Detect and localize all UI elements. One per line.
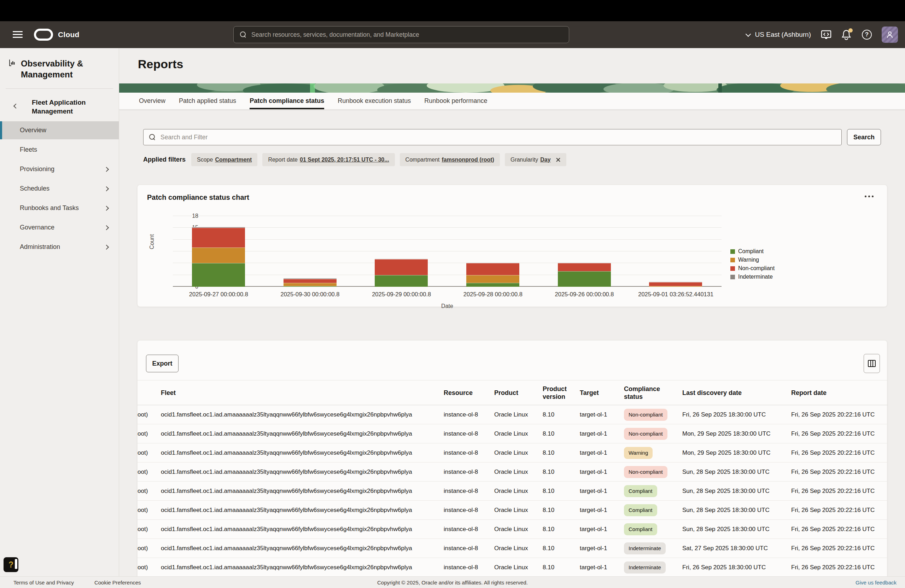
bar-group-2025-09-28-00-00-00-8 [447, 216, 539, 287]
sidebar-item-schedules[interactable]: Schedules [0, 180, 119, 198]
x-axis-labels: 2025-09-27 00:00:00.82025-09-30 00:00:00… [173, 291, 721, 298]
table-cell-compliance-status: Compliant [624, 523, 682, 535]
table-row: oot)ocid1.famsfleet.oc1.iad.amaaaaaalz35… [138, 462, 888, 482]
feedback-link[interactable]: Give us feedback [856, 580, 897, 585]
bar-segment-non-compliant [192, 228, 245, 248]
table-cell-target: target-ol-1 [580, 430, 624, 438]
tab-patch-compliance-status[interactable]: Patch compliance status [249, 93, 324, 109]
search-icon [240, 32, 246, 38]
column-header-last-discovery-date[interactable]: Last discovery date [682, 389, 791, 397]
table-cell-compliance-status: Indeterminate [624, 561, 682, 574]
global-header: Cloud US East (Ashburn) ? [0, 21, 905, 48]
global-search-input[interactable] [246, 27, 569, 43]
column-header-target[interactable]: Target [580, 389, 624, 397]
tab-runbook-execution-status[interactable]: Runbook execution status [338, 93, 411, 109]
column-header-report-date[interactable]: Report date [791, 389, 888, 397]
table-cell-last-discovery-date: Mon, 29 Sep 2025 18:30:00 UTC [682, 449, 791, 457]
notifications-bell-icon[interactable] [841, 29, 852, 40]
chevron-right-icon [104, 167, 109, 172]
table-cell-clipped: oot) [138, 564, 161, 571]
status-badge: Non-compliant [624, 409, 667, 421]
service-back-header[interactable]: Fleet Application Management [0, 98, 119, 116]
sidebar-item-runbooks-and-tasks[interactable]: Runbooks and Tasks [0, 199, 119, 217]
tab-label: Patch applied status [179, 97, 236, 105]
brand-label: Cloud [58, 30, 79, 39]
search-button[interactable]: Search [847, 129, 881, 145]
legend-item-warning[interactable]: Warning [730, 256, 775, 264]
close-icon[interactable] [556, 157, 560, 162]
bar-segment-non-compliant [649, 282, 702, 286]
x-tick-label: 2025-09-26 00:00:00.8 [539, 291, 630, 298]
column-header-fleet[interactable]: Fleet [161, 389, 444, 397]
sidebar-item-label: Governance [20, 224, 54, 231]
assistant-widget[interactable]: ? [3, 557, 18, 572]
region-selector[interactable]: US East (Ashburn) [746, 31, 811, 38]
table-row: oot)ocid1.famsfleet.oc1.iad.amaaaaaalz35… [138, 558, 888, 576]
legend-item-non-compliant[interactable]: Non-compliant [730, 264, 775, 273]
column-header-product[interactable]: Product [494, 389, 543, 397]
search-and-filter[interactable] [143, 129, 842, 145]
chip-value: Day [540, 157, 551, 163]
tab-overview[interactable]: Overview [139, 93, 165, 109]
filter-chip-report-date[interactable]: Report date01 Sept 2025, 20:17:51 UTC - … [262, 153, 395, 166]
table-card: Export FleetResourceProductProduct versi… [137, 340, 888, 576]
sidebar-item-overview[interactable]: Overview [0, 121, 119, 139]
table-cell-last-discovery-date: Sun, 28 Sep 2025 18:30:00 UTC [682, 525, 791, 533]
bar-segment-non-compliant [558, 263, 611, 271]
overflow-menu-icon[interactable] [865, 195, 873, 197]
filter-search-input[interactable] [156, 133, 841, 141]
sidebar-item-governance[interactable]: Governance [0, 219, 119, 237]
filter-chip-compartment[interactable]: Compartmentfamsnonprod (root) [400, 153, 500, 166]
observability-chart-icon [8, 58, 16, 68]
filter-chip-granularity[interactable]: GranularityDay [505, 153, 566, 166]
table-header-row: FleetResourceProductProduct versionTarge… [138, 380, 888, 405]
global-search[interactable] [233, 26, 569, 43]
tab-patch-applied-status[interactable]: Patch applied status [179, 93, 236, 109]
table-cell-last-discovery-date: Mon, 29 Sep 2025 18:30:00 UTC [682, 430, 791, 438]
table-cell-compliance-status: Warning [624, 447, 682, 459]
sidebar-item-provisioning[interactable]: Provisioning [0, 160, 119, 178]
service-title: Fleet Application Management [32, 98, 103, 116]
sidebar-item-label: Administration [20, 243, 60, 251]
notification-badge [848, 28, 853, 33]
table-cell-resource: instance-ol-8 [444, 411, 494, 419]
user-avatar[interactable] [882, 27, 898, 43]
filter-chip-scope[interactable]: ScopeCompartment [191, 153, 257, 166]
table-cell-last-discovery-date: Fri, 26 Sep 2025 18:30:00 UTC [682, 564, 791, 571]
table-cell-fleet: ocid1.famsfleet.oc1.iad.amaaaaaalz35ltya… [161, 449, 444, 457]
search-icon [149, 134, 156, 140]
table-cell-product: Oracle Linux [494, 506, 543, 514]
column-picker-icon[interactable] [864, 354, 880, 373]
table-cell-target: target-ol-1 [580, 564, 624, 571]
cloud-shell-icon[interactable] [821, 29, 832, 40]
table-cell-product-version: 8.10 [543, 506, 580, 514]
x-tick-label: 2025-09-28 00:00:00.8 [447, 291, 539, 298]
tab-runbook-performance[interactable]: Runbook performance [424, 93, 487, 109]
bar-segment-non-compliant [284, 279, 337, 283]
sidebar-item-administration[interactable]: Administration [0, 238, 119, 256]
table-cell-product: Oracle Linux [494, 525, 543, 533]
bar-segment-compliant [192, 263, 245, 287]
help-icon[interactable]: ? [862, 30, 872, 40]
bar-group-2025-09-29-00-00-00-8 [356, 216, 447, 287]
table-cell-last-discovery-date: Fri, 26 Sep 2025 18:30:00 UTC [682, 411, 791, 419]
table-cell-last-discovery-date: Sun, 28 Sep 2025 18:30:00 UTC [682, 468, 791, 476]
chart-title: Patch compliance status chart [147, 194, 249, 202]
table-cell-product-version: 8.10 [543, 468, 580, 476]
hamburger-menu-icon[interactable] [13, 31, 23, 38]
sidebar-item-fleets[interactable]: Fleets [0, 141, 119, 159]
export-button[interactable]: Export [146, 354, 178, 372]
table-cell-clipped: oot) [138, 506, 161, 514]
tab-label: Runbook execution status [338, 97, 411, 105]
legend-item-compliant[interactable]: Compliant [730, 247, 775, 256]
table-cell-last-discovery-date: Sun, 28 Sep 2025 18:30:00 UTC [682, 487, 791, 495]
column-header-product-version[interactable]: Product version [543, 385, 580, 400]
tabs-bar: OverviewPatch applied statusPatch compli… [119, 93, 905, 110]
legend-item-indeterminate[interactable]: Indeterminate [730, 273, 775, 281]
bar-group-2025-09-27-00-00-00-8 [173, 216, 264, 287]
column-header-compliance-status[interactable]: Compliance status [624, 385, 682, 400]
chevron-left-icon [13, 103, 18, 108]
table-cell-compliance-status: Non-compliant [624, 409, 682, 421]
column-header-resource[interactable]: Resource [444, 389, 494, 397]
applied-filters-label: Applied filters [143, 156, 186, 163]
